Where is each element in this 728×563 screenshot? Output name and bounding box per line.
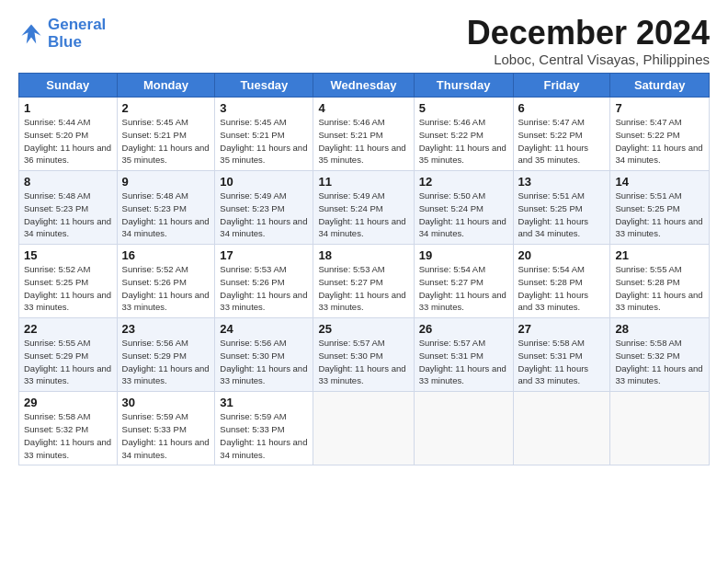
subtitle: Loboc, Central Visayas, Philippines	[467, 52, 710, 67]
col-sunday: Sunday	[19, 74, 118, 98]
table-row	[414, 392, 513, 465]
title-block: December 2024 Loboc, Central Visayas, Ph…	[467, 17, 710, 67]
table-row: 9 Sunrise: 5:48 AMSunset: 5:23 PMDayligh…	[117, 171, 215, 245]
table-row: 22 Sunrise: 5:55 AMSunset: 5:29 PMDaylig…	[19, 318, 118, 392]
table-row: 27 Sunrise: 5:58 AMSunset: 5:31 PMDaylig…	[513, 318, 610, 392]
calendar-week-row: 8 Sunrise: 5:48 AMSunset: 5:23 PMDayligh…	[19, 171, 710, 245]
col-thursday: Thursday	[414, 74, 513, 98]
main-title: December 2024	[467, 17, 710, 50]
table-row: 19 Sunrise: 5:54 AMSunset: 5:27 PMDaylig…	[414, 245, 513, 318]
table-row: 18 Sunrise: 5:53 AMSunset: 5:27 PMDaylig…	[313, 245, 414, 318]
table-row: 24 Sunrise: 5:56 AMSunset: 5:30 PMDaylig…	[215, 318, 313, 392]
calendar-week-row: 15 Sunrise: 5:52 AMSunset: 5:25 PMDaylig…	[19, 245, 710, 318]
table-row: 7 Sunrise: 5:47 AMSunset: 5:22 PMDayligh…	[610, 98, 710, 171]
table-row: 6 Sunrise: 5:47 AMSunset: 5:22 PMDayligh…	[513, 98, 610, 171]
calendar-week-row: 22 Sunrise: 5:55 AMSunset: 5:29 PMDaylig…	[19, 318, 710, 392]
logo-icon	[18, 21, 44, 47]
table-row: 21 Sunrise: 5:55 AMSunset: 5:28 PMDaylig…	[610, 245, 710, 318]
logo-text: General Blue	[48, 17, 106, 51]
table-row	[513, 392, 610, 465]
table-row: 15 Sunrise: 5:52 AMSunset: 5:25 PMDaylig…	[19, 245, 118, 318]
table-row: 4 Sunrise: 5:46 AMSunset: 5:21 PMDayligh…	[313, 98, 414, 171]
table-row: 25 Sunrise: 5:57 AMSunset: 5:30 PMDaylig…	[313, 318, 414, 392]
header-row: Sunday Monday Tuesday Wednesday Thursday…	[19, 74, 710, 98]
calendar-week-row: 29 Sunrise: 5:58 AMSunset: 5:32 PMDaylig…	[19, 392, 710, 465]
table-row: 30 Sunrise: 5:59 AMSunset: 5:33 PMDaylig…	[117, 392, 215, 465]
table-row: 28 Sunrise: 5:58 AMSunset: 5:32 PMDaylig…	[610, 318, 710, 392]
table-row: 23 Sunrise: 5:56 AMSunset: 5:29 PMDaylig…	[117, 318, 215, 392]
header: General Blue December 2024 Loboc, Centra…	[18, 17, 710, 67]
page: General Blue December 2024 Loboc, Centra…	[0, 0, 728, 475]
table-row: 13 Sunrise: 5:51 AMSunset: 5:25 PMDaylig…	[513, 171, 610, 245]
table-row: 8 Sunrise: 5:48 AMSunset: 5:23 PMDayligh…	[19, 171, 118, 245]
table-row: 29 Sunrise: 5:58 AMSunset: 5:32 PMDaylig…	[19, 392, 118, 465]
table-row: 31 Sunrise: 5:59 AMSunset: 5:33 PMDaylig…	[215, 392, 313, 465]
table-row: 2 Sunrise: 5:45 AMSunset: 5:21 PMDayligh…	[117, 98, 215, 171]
table-row: 14 Sunrise: 5:51 AMSunset: 5:25 PMDaylig…	[610, 171, 710, 245]
table-row: 11 Sunrise: 5:49 AMSunset: 5:24 PMDaylig…	[313, 171, 414, 245]
svg-marker-0	[22, 24, 41, 43]
col-tuesday: Tuesday	[215, 74, 313, 98]
table-row: 3 Sunrise: 5:45 AMSunset: 5:21 PMDayligh…	[215, 98, 313, 171]
col-friday: Friday	[513, 74, 610, 98]
calendar-week-row: 1 Sunrise: 5:44 AMSunset: 5:20 PMDayligh…	[19, 98, 710, 171]
table-row: 12 Sunrise: 5:50 AMSunset: 5:24 PMDaylig…	[414, 171, 513, 245]
table-row: 16 Sunrise: 5:52 AMSunset: 5:26 PMDaylig…	[117, 245, 215, 318]
table-row: 26 Sunrise: 5:57 AMSunset: 5:31 PMDaylig…	[414, 318, 513, 392]
table-row: 20 Sunrise: 5:54 AMSunset: 5:28 PMDaylig…	[513, 245, 610, 318]
logo: General Blue	[18, 17, 106, 51]
table-row: 17 Sunrise: 5:53 AMSunset: 5:26 PMDaylig…	[215, 245, 313, 318]
table-row: 5 Sunrise: 5:46 AMSunset: 5:22 PMDayligh…	[414, 98, 513, 171]
table-row	[610, 392, 710, 465]
calendar-table: Sunday Monday Tuesday Wednesday Thursday…	[18, 73, 710, 465]
table-row	[313, 392, 414, 465]
col-wednesday: Wednesday	[313, 74, 414, 98]
table-row: 10 Sunrise: 5:49 AMSunset: 5:23 PMDaylig…	[215, 171, 313, 245]
col-monday: Monday	[117, 74, 215, 98]
col-saturday: Saturday	[610, 74, 710, 98]
table-row: 1 Sunrise: 5:44 AMSunset: 5:20 PMDayligh…	[19, 98, 118, 171]
